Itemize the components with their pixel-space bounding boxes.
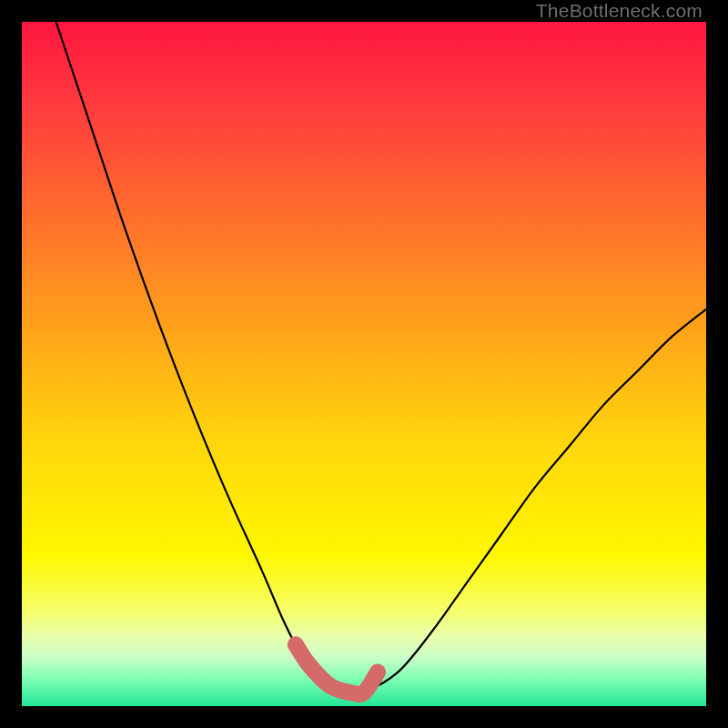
bottleneck-curve bbox=[56, 22, 706, 694]
watermark-text: TheBottleneck.com bbox=[536, 0, 703, 22]
plot-area bbox=[22, 22, 706, 706]
highlight-marker bbox=[296, 644, 378, 694]
chart-frame: TheBottleneck.com bbox=[0, 0, 728, 728]
curve-layer bbox=[22, 22, 706, 706]
